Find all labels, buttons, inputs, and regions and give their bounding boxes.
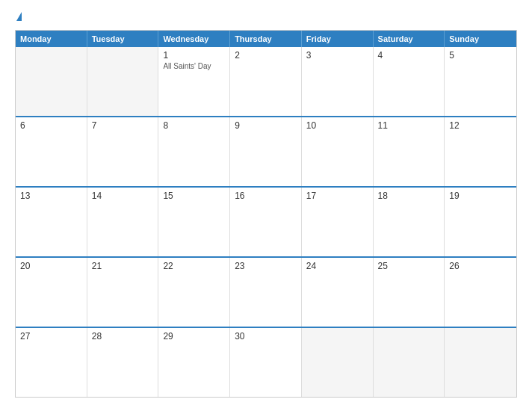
calendar-week-4: 20212223242526 [16, 256, 516, 327]
calendar-cell: 5 [445, 47, 516, 116]
calendar-header: MondayTuesdayWednesdayThursdayFridaySatu… [16, 31, 516, 47]
day-number: 27 [20, 331, 82, 342]
calendar-week-2: 6789101112 [16, 116, 516, 186]
header [15, 13, 517, 22]
day-number: 16 [235, 191, 297, 201]
calendar-cell [302, 328, 374, 397]
calendar-cell [374, 328, 445, 397]
header-day-saturday: Saturday [374, 31, 445, 47]
logo [15, 13, 22, 22]
calendar-week-1: 1All Saints' Day2345 [16, 47, 516, 116]
day-number: 13 [20, 191, 82, 201]
calendar-cell: 20 [16, 258, 87, 327]
day-number: 4 [378, 50, 440, 61]
day-number: 28 [92, 331, 154, 342]
day-number: 9 [235, 120, 297, 131]
day-number: 23 [235, 261, 297, 271]
calendar-cell: 11 [374, 117, 445, 186]
calendar-cell: 14 [87, 188, 159, 256]
calendar-cell [16, 47, 87, 116]
day-number: 12 [449, 120, 512, 131]
calendar-cell: 24 [302, 258, 374, 327]
day-number: 20 [20, 261, 82, 271]
day-number: 15 [163, 191, 225, 201]
day-number: 14 [92, 191, 154, 201]
calendar-cell: 29 [158, 328, 230, 397]
calendar-cell: 19 [445, 188, 516, 256]
calendar-cell: 8 [158, 117, 230, 186]
day-number: 19 [449, 191, 512, 201]
day-number: 29 [163, 331, 225, 342]
day-number: 30 [235, 331, 297, 342]
calendar-cell: 7 [87, 117, 159, 186]
calendar-cell: 15 [158, 188, 230, 256]
calendar-body: 1All Saints' Day234567891011121314151617… [16, 47, 516, 397]
calendar-cell: 16 [230, 188, 302, 256]
header-day-wednesday: Wednesday [158, 31, 230, 47]
calendar-cell: 4 [374, 47, 445, 116]
calendar-week-3: 13141516171819 [16, 186, 516, 256]
holiday-label: All Saints' Day [163, 62, 225, 70]
logo-triangle-icon [16, 12, 22, 21]
calendar-cell: 25 [374, 258, 445, 327]
day-number: 26 [449, 261, 512, 271]
day-number: 17 [306, 191, 368, 201]
calendar-cell: 13 [16, 188, 87, 256]
calendar-cell: 18 [374, 188, 445, 256]
calendar-cell: 28 [87, 328, 159, 397]
calendar-cell: 12 [445, 117, 516, 186]
day-number: 24 [306, 261, 368, 271]
day-number: 25 [378, 261, 440, 271]
calendar-cell: 27 [16, 328, 87, 397]
header-day-sunday: Sunday [445, 31, 516, 47]
calendar-cell: 22 [158, 258, 230, 327]
calendar-cell [87, 47, 159, 116]
day-number: 5 [449, 50, 512, 61]
calendar-cell: 17 [302, 188, 374, 256]
calendar-cell: 30 [230, 328, 302, 397]
calendar-cell: 23 [230, 258, 302, 327]
calendar-cell: 9 [230, 117, 302, 186]
day-number: 1 [163, 50, 225, 61]
calendar: MondayTuesdayWednesdayThursdayFridaySatu… [15, 30, 517, 398]
calendar-cell: 21 [87, 258, 159, 327]
calendar-cell: 26 [445, 258, 516, 327]
calendar-cell: 1All Saints' Day [158, 47, 230, 116]
day-number: 2 [235, 50, 297, 61]
day-number: 7 [92, 120, 154, 131]
header-day-friday: Friday [302, 31, 374, 47]
calendar-cell: 10 [302, 117, 374, 186]
page: MondayTuesdayWednesdayThursdayFridaySatu… [0, 0, 532, 411]
calendar-cell: 6 [16, 117, 87, 186]
day-number: 3 [306, 50, 368, 61]
day-number: 8 [163, 120, 225, 131]
header-day-monday: Monday [16, 31, 87, 47]
day-number: 18 [378, 191, 440, 201]
day-number: 6 [20, 120, 82, 131]
header-day-thursday: Thursday [230, 31, 302, 47]
day-number: 21 [92, 261, 154, 271]
day-number: 22 [163, 261, 225, 271]
calendar-cell: 3 [302, 47, 374, 116]
calendar-cell [445, 328, 516, 397]
day-number: 11 [378, 120, 440, 131]
header-day-tuesday: Tuesday [87, 31, 159, 47]
calendar-week-5: 27282930 [16, 327, 516, 397]
calendar-cell: 2 [230, 47, 302, 116]
day-number: 10 [306, 120, 368, 131]
